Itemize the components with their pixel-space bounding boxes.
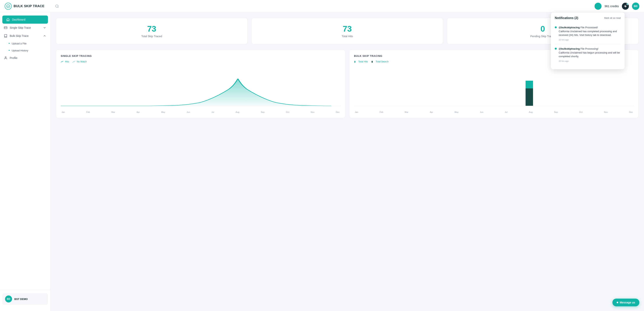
credits-label: 961 credits xyxy=(604,4,619,8)
legend-hits[interactable]: Hits xyxy=(61,60,69,63)
legend-bulk-total-search[interactable]: Total Search xyxy=(371,60,388,63)
notifications-panel: Notifications (2) Mark all as read @bulk… xyxy=(551,12,624,69)
notifications-title: Notifications (2) xyxy=(555,16,578,20)
chart-icon-bulk-total-search xyxy=(371,60,374,63)
svg-point-5 xyxy=(5,57,6,58)
notification-item-1: @bulkskiptracing File Processed! Califor… xyxy=(555,23,621,44)
chart-icon-no-match xyxy=(72,60,76,63)
home-icon xyxy=(6,18,10,21)
svg-rect-10 xyxy=(526,81,533,88)
header-right: 961 credits BD xyxy=(594,2,639,10)
mark-all-read-button[interactable]: Mark all as read xyxy=(604,17,621,19)
bulk-chart-x-labels: Jan Feb Mar Apr May Jun Jul Aug Sep Oct … xyxy=(354,111,634,113)
book-icon xyxy=(4,34,7,38)
sidebar-item-upload-file[interactable]: Upload a File xyxy=(0,40,50,47)
header: BULK SKIP TRACE 961 credits BD xyxy=(0,0,644,12)
app-title: BULK SKIP TRACE xyxy=(14,4,44,8)
sidebar: Dashboard Single Skip Trace Bul xyxy=(0,12,50,311)
notification-handle-2: @bulkskiptracing xyxy=(559,47,580,50)
notification-dot xyxy=(626,3,628,5)
sidebar-item-dashboard[interactable]: Dashboard xyxy=(2,15,48,24)
sidebar-footer: BD BST DEMO xyxy=(0,290,50,308)
stat-value-total-hits: 73 xyxy=(256,24,438,33)
notification-body-1: @bulkskiptracing File Processed! Califor… xyxy=(559,25,621,41)
svg-rect-8 xyxy=(372,61,373,63)
chart-icon-bulk-total-hits xyxy=(354,60,357,63)
sidebar-label-profile: Profile xyxy=(10,56,46,59)
search-area xyxy=(55,4,594,8)
notification-body-2: @bulkskiptracing File Processing! Califo… xyxy=(559,47,621,63)
chart-icon-hits xyxy=(61,60,64,63)
user-card[interactable]: BD BST DEMO xyxy=(2,293,48,305)
stat-card-total-skip-traced: 73 Total Skip Traced xyxy=(56,18,248,44)
notification-event-1: File Processed! xyxy=(580,26,598,29)
user-avatar: BD xyxy=(5,296,12,303)
single-chart-x-labels: Jan Feb Mar Apr May Jun Jul Aug Sep Oct … xyxy=(61,111,340,113)
legend-bulk-total-hits[interactable]: Total Hits xyxy=(354,60,368,63)
bolt-icon xyxy=(624,4,627,8)
svg-rect-7 xyxy=(354,61,355,63)
add-credits-button[interactable] xyxy=(594,3,602,10)
notification-event-2: File Processing! xyxy=(580,47,598,50)
logo: BULK SKIP TRACE xyxy=(5,3,55,10)
notification-item-2: @bulkskiptracing File Processing! Califo… xyxy=(555,44,621,65)
notifications-header: Notifications (2) Mark all as read xyxy=(555,16,621,20)
single-skip-tracing-title: SINGLE SKIP TRACING xyxy=(61,54,340,57)
search-icon[interactable] xyxy=(55,4,59,8)
notification-time-1: 23 hrs ago xyxy=(559,38,621,41)
sidebar-label-bulk-skip-trace: Bulk Skip Trace xyxy=(10,34,40,37)
stat-label-total-hits: Total Hits xyxy=(256,35,438,38)
notification-message-2: California Unclaimed has begun processin… xyxy=(559,51,620,58)
sidebar-label-dashboard: Dashboard xyxy=(12,18,44,21)
sidebar-item-bulk-skip-trace[interactable]: Bulk Skip Trace xyxy=(0,32,50,40)
legend-no-match[interactable]: No Match xyxy=(72,60,87,63)
sidebar-label-single-skip-trace: Single Skip Trace xyxy=(10,26,40,29)
svg-rect-3 xyxy=(4,27,7,29)
svg-rect-9 xyxy=(526,88,533,106)
stat-label-total-skip-traced: Total Skip Traced xyxy=(61,35,243,38)
chevron-down-icon xyxy=(43,26,46,29)
user-avatar-button[interactable]: BD xyxy=(632,2,639,10)
upload-history-label: Upload History xyxy=(12,49,28,52)
sidebar-nav: Dashboard Single Skip Trace Bul xyxy=(0,15,50,290)
notification-unread-dot xyxy=(555,26,557,28)
logo-icon xyxy=(5,3,12,10)
notification-unread-dot-2 xyxy=(555,48,557,50)
user-icon xyxy=(4,56,7,60)
svg-point-0 xyxy=(56,5,58,7)
stat-card-total-hits: 73 Total Hits xyxy=(252,18,443,44)
sidebar-item-upload-history[interactable]: Upload History xyxy=(0,47,50,54)
notification-button[interactable] xyxy=(622,3,629,10)
notification-handle-1: @bulkskiptracing xyxy=(559,26,580,29)
card-icon xyxy=(4,26,7,29)
notification-time-2: 23 hrs ago xyxy=(559,59,621,63)
svg-rect-2 xyxy=(8,20,8,21)
main-layout: Dashboard Single Skip Trace Bul xyxy=(0,12,644,311)
stat-value-total-skip-traced: 73 xyxy=(61,24,243,33)
bulk-skip-tracing-chart-area xyxy=(354,67,634,110)
single-skip-tracing-chart: SINGLE SKIP TRACING Hits No Match xyxy=(56,50,345,118)
svg-line-1 xyxy=(58,7,58,7)
bulk-skip-trace-submenu: Upload a File Upload History xyxy=(0,40,50,54)
single-chart-legend: Hits No Match xyxy=(61,60,340,63)
user-name: BST DEMO xyxy=(14,298,28,301)
chevron-up-icon xyxy=(43,34,46,38)
upload-file-label: Upload a File xyxy=(12,42,26,45)
plus-icon xyxy=(596,4,600,8)
message-us-button[interactable]: Message us xyxy=(612,299,639,306)
notification-message-1: California Unclaimed has completed proce… xyxy=(559,30,617,37)
sidebar-item-single-skip-trace[interactable]: Single Skip Trace xyxy=(0,24,50,32)
sidebar-item-profile[interactable]: Profile xyxy=(0,54,50,62)
message-status-dot xyxy=(617,302,618,303)
single-skip-tracing-chart-area xyxy=(61,67,340,110)
message-us-label: Message us xyxy=(620,301,635,304)
